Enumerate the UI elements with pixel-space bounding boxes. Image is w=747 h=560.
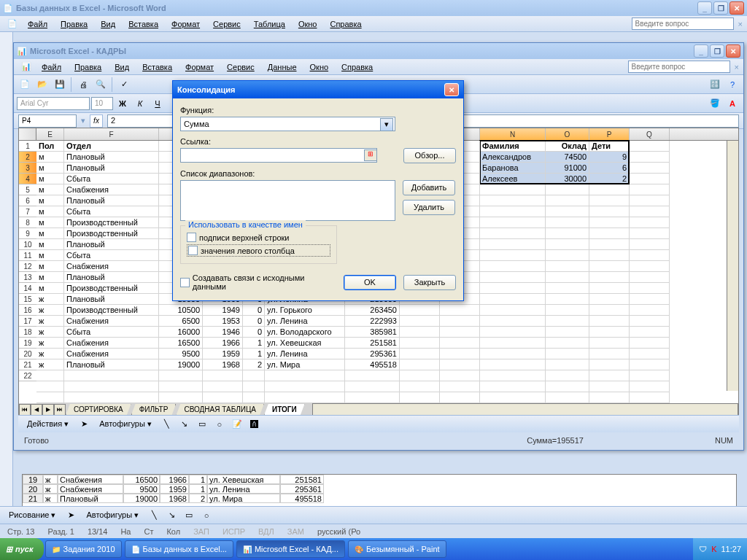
- excel-menu-format[interactable]: Формат: [179, 61, 220, 73]
- zoom-icon[interactable]: 🔠: [707, 77, 723, 93]
- font-name-input[interactable]: [17, 97, 90, 110]
- word-line-icon[interactable]: ╲: [146, 508, 162, 524]
- preview-icon[interactable]: 🔍: [93, 77, 109, 93]
- print-icon[interactable]: 🖨: [75, 77, 91, 93]
- range-list[interactable]: [180, 180, 395, 221]
- consolidate-dialog: Консолидация ✕ Функция: Сумма Ссылка: ⊞ …: [172, 80, 464, 301]
- line-icon[interactable]: ╲: [159, 416, 175, 432]
- word-help-close-icon[interactable]: ×: [738, 20, 743, 28]
- word-autoshapes[interactable]: Автофигуры ▾: [80, 509, 144, 521]
- tray-icon[interactable]: 🛡: [699, 545, 707, 553]
- horizontal-scrollbar[interactable]: [312, 403, 738, 416]
- rect-icon[interactable]: ▭: [194, 416, 210, 432]
- open-icon[interactable]: 📂: [34, 77, 50, 93]
- tab-first-button[interactable]: ⏮: [19, 404, 31, 416]
- bold-icon[interactable]: Ж: [115, 96, 131, 112]
- wordart-icon[interactable]: 🅰: [247, 416, 263, 432]
- word-question-input[interactable]: [632, 18, 734, 30]
- clock: 11:27: [721, 545, 741, 553]
- range-picker-icon[interactable]: ⊞: [364, 149, 377, 161]
- autoshapes-dropdown[interactable]: Автофигуры ▾: [93, 418, 158, 430]
- excel-menu-help[interactable]: Справка: [336, 61, 379, 73]
- font-color-icon[interactable]: A: [724, 96, 740, 112]
- spell-icon[interactable]: ✓: [116, 77, 132, 93]
- actions-dropdown[interactable]: Действия ▾: [21, 418, 74, 430]
- system-tray[interactable]: 🛡 K 11:27: [693, 538, 747, 560]
- word-rect-icon[interactable]: ▭: [181, 508, 197, 524]
- word-draw-label[interactable]: Рисование ▾: [3, 509, 61, 521]
- word-menu-tools[interactable]: Сервис: [207, 18, 247, 30]
- word-pointer-icon[interactable]: ➤: [63, 508, 79, 524]
- word-menu-format[interactable]: Формат: [166, 18, 206, 30]
- excel-menu-edit[interactable]: Правка: [69, 61, 107, 73]
- close-button[interactable]: Закрыть: [403, 275, 456, 290]
- task-folder[interactable]: 📁 Задания 2010: [45, 540, 122, 558]
- word-arrow-icon[interactable]: ↘: [163, 508, 179, 524]
- excel-minimize-button[interactable]: _: [694, 44, 708, 58]
- fill-color-icon[interactable]: 🪣: [707, 96, 723, 112]
- row-headers[interactable]: 1234 5678 9101112 13141516 17181920 2122: [19, 141, 36, 416]
- fx-button[interactable]: fx: [90, 114, 103, 128]
- ok-button[interactable]: OK: [344, 275, 396, 290]
- tab-last-button[interactable]: ⏭: [54, 404, 66, 416]
- new-icon[interactable]: 📄: [17, 77, 33, 93]
- word-menu-file[interactable]: Файл: [22, 18, 53, 30]
- word-menu-help[interactable]: Справка: [324, 18, 367, 30]
- word-oval-icon[interactable]: ○: [198, 508, 214, 524]
- word-titlebar: 📄 Базы данных в Excel - Microsoft Word _…: [0, 0, 747, 16]
- tab-next-button[interactable]: ▶: [42, 404, 54, 416]
- word-menu-table[interactable]: Таблица: [248, 18, 291, 30]
- italic-icon[interactable]: К: [132, 96, 148, 112]
- arrow-icon[interactable]: ↘: [177, 416, 193, 432]
- sheet-tab-sort[interactable]: СОРТИРОВКА: [66, 404, 131, 416]
- word-minimize-button[interactable]: _: [697, 1, 712, 15]
- sheet-tab-filter[interactable]: ФИЛЬТР: [131, 404, 177, 416]
- left-col-checkbox[interactable]: [188, 246, 198, 255]
- help-icon[interactable]: ?: [724, 77, 740, 93]
- word-menu-view[interactable]: Вид: [95, 18, 121, 30]
- word-menu-insert[interactable]: Вставка: [123, 18, 164, 30]
- word-title: Базы данных в Excel - Microsoft Word: [16, 4, 166, 12]
- delete-button[interactable]: Удалить: [403, 200, 455, 215]
- word-close-button[interactable]: ✕: [729, 1, 744, 15]
- textbox-icon[interactable]: 📝: [229, 416, 245, 432]
- tab-prev-button[interactable]: ◀: [31, 404, 42, 416]
- excel-question-input[interactable]: [628, 61, 730, 73]
- add-button[interactable]: Добавить: [403, 180, 455, 195]
- font-size-input[interactable]: [91, 97, 113, 110]
- excel-menu-tools[interactable]: Сервис: [221, 61, 260, 73]
- sheet-tab-totals[interactable]: ИТОГИ: [264, 404, 305, 416]
- excel-close-button[interactable]: ✕: [726, 44, 740, 58]
- tray-icon-2[interactable]: K: [711, 545, 716, 553]
- top-row-checkbox[interactable]: [187, 233, 196, 242]
- sheet-tab-pivot[interactable]: СВОДНАЯ ТАБЛИЦА: [176, 404, 264, 416]
- word-maximize-button[interactable]: ❐: [713, 1, 728, 15]
- underline-icon[interactable]: Ч: [150, 96, 166, 112]
- excel-maximize-button[interactable]: ❐: [710, 44, 724, 58]
- excel-menu-window[interactable]: Окно: [304, 61, 335, 73]
- dialog-titlebar[interactable]: Консолидация ✕: [173, 81, 463, 98]
- start-button[interactable]: ⊞ пуск: [0, 538, 44, 560]
- dialog-close-button[interactable]: ✕: [444, 83, 459, 96]
- browse-button[interactable]: Обзор...: [403, 148, 456, 163]
- task-word[interactable]: 📄 Базы данных в Excel...: [125, 540, 233, 558]
- task-excel[interactable]: 📊 Microsoft Excel - КАД...: [236, 540, 345, 558]
- excel-menu-file[interactable]: Файл: [36, 61, 67, 73]
- word-menu-window[interactable]: Окно: [293, 18, 323, 30]
- pointer-icon[interactable]: ➤: [76, 416, 92, 432]
- word-menu-edit[interactable]: Правка: [55, 18, 93, 30]
- save-icon[interactable]: 💾: [52, 77, 68, 93]
- oval-icon[interactable]: ○: [212, 416, 228, 432]
- range-list-label: Список диапазонов:: [180, 169, 456, 178]
- excel-menu-insert[interactable]: Вставка: [136, 61, 178, 73]
- excel-help-close-icon[interactable]: ×: [735, 63, 739, 71]
- reference-input[interactable]: [180, 148, 377, 163]
- task-paint[interactable]: 🎨 Безымянный - Paint: [348, 540, 446, 558]
- excel-menu-data[interactable]: Данные: [262, 61, 303, 73]
- function-select[interactable]: Сумма: [180, 117, 395, 131]
- sheet-tabs: ⏮ ◀ ▶ ⏭ СОРТИРОВКА ФИЛЬТР СВОДНАЯ ТАБЛИЦ…: [19, 403, 738, 416]
- create-links-checkbox[interactable]: [180, 278, 190, 287]
- vertical-scrollbar[interactable]: [727, 141, 738, 391]
- excel-menu-view[interactable]: Вид: [109, 61, 135, 73]
- name-box[interactable]: [18, 114, 77, 128]
